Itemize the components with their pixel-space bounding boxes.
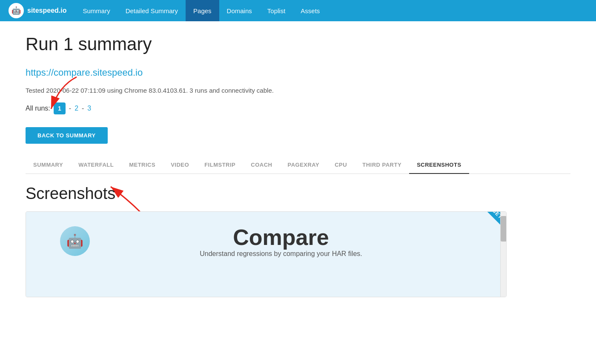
- nav-pages[interactable]: Pages: [186, 0, 219, 21]
- page-wrapper: Run 1 summary https://compare.sitespeed.…: [0, 21, 596, 310]
- tabs-row: SUMMARY WATERFALL METRICS VIDEO FILMSTRI…: [26, 156, 570, 174]
- compare-header: 🤖 Compare Understand regressions by comp…: [34, 225, 498, 258]
- screenshot-scrollbar[interactable]: [500, 212, 506, 297]
- run-3-link[interactable]: 3: [87, 105, 91, 112]
- tab-cpu[interactable]: CPU: [327, 156, 355, 174]
- tab-screenshots[interactable]: SCREENSHOTS: [409, 156, 469, 174]
- tab-coach[interactable]: COACH: [243, 156, 280, 174]
- compare-text-block: Compare Understand regressions by compar…: [90, 225, 472, 258]
- compare-logo: 🤖: [60, 226, 90, 256]
- back-to-summary-button[interactable]: BACK TO SUMMARY: [26, 127, 108, 144]
- brand-link[interactable]: 🤖 sitespeed.io: [9, 3, 66, 18]
- compare-subtitle: Understand regressions by comparing your…: [90, 250, 472, 258]
- tab-video[interactable]: VIDEO: [163, 156, 197, 174]
- run-1-badge[interactable]: 1: [54, 102, 66, 114]
- nav-detailed-summary[interactable]: Detailed Summary: [118, 0, 186, 21]
- brand-logo: 🤖: [9, 3, 24, 18]
- all-runs-label: All runs:: [26, 105, 50, 112]
- test-info: Tested 2020-06-22 07:11:09 using Chrome …: [26, 87, 570, 94]
- nav-assets[interactable]: Assets: [293, 0, 327, 21]
- main-content: Run 1 summary https://compare.sitespeed.…: [0, 21, 596, 310]
- runs-row: All runs: 1 - 2 - 3: [26, 102, 570, 114]
- page-title: Run 1 summary: [26, 34, 570, 54]
- screenshot-frame: BETA 🤖 Compare Understand regressions by…: [26, 211, 507, 297]
- tab-third-party[interactable]: THIRD PARTY: [355, 156, 409, 174]
- tab-waterfall[interactable]: WATERFALL: [71, 156, 121, 174]
- beta-badge: BETA: [480, 212, 500, 234]
- navbar: 🤖 sitespeed.io Summary Detailed Summary …: [0, 0, 596, 21]
- tab-summary[interactable]: SUMMARY: [26, 156, 71, 174]
- nav-summary[interactable]: Summary: [75, 0, 117, 21]
- separator-1: -: [69, 105, 71, 112]
- screenshot-inner: BETA 🤖 Compare Understand regressions by…: [26, 212, 506, 297]
- scrollbar-thumb[interactable]: [501, 216, 507, 242]
- screenshots-title: Screenshots: [26, 185, 570, 203]
- url-link[interactable]: https://compare.sitespeed.io: [26, 67, 570, 78]
- screenshots-section: Screenshots BETA 🤖 Compare Understand re…: [26, 185, 570, 297]
- tab-pagexray[interactable]: PAGEXRAY: [280, 156, 327, 174]
- tab-filmstrip[interactable]: FILMSTRIP: [197, 156, 243, 174]
- tab-metrics[interactable]: METRICS: [121, 156, 163, 174]
- brand-name: sitespeed.io: [27, 7, 66, 14]
- beta-corner: BETA: [466, 212, 500, 246]
- separator-2: -: [82, 105, 84, 112]
- nav-domains[interactable]: Domains: [219, 0, 260, 21]
- nav-toplist[interactable]: Toplist: [260, 0, 293, 21]
- compare-title: Compare: [90, 225, 472, 250]
- run-2-link[interactable]: 2: [74, 105, 78, 112]
